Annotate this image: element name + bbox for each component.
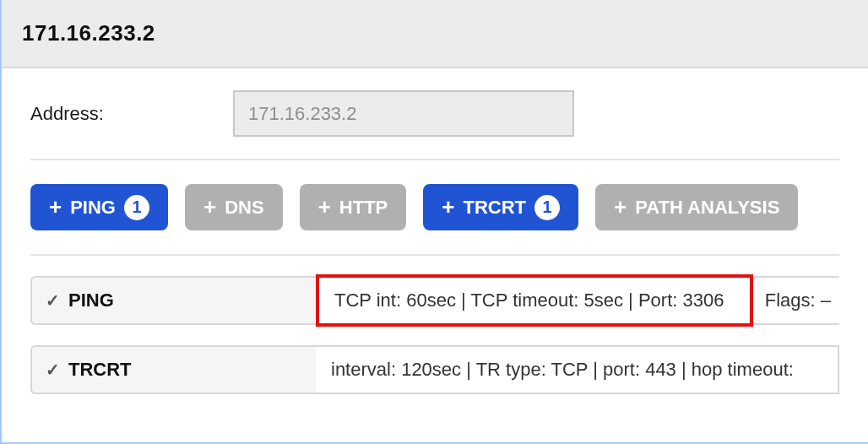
title-bar: 171.16.233.2 xyxy=(2,0,868,68)
ping-entry-details-highlight: TCP int: 60sec | TCP timeout: 5sec | Por… xyxy=(316,274,753,327)
add-trcrt-button[interactable]: + TRCRT 1 xyxy=(423,184,578,230)
add-http-button[interactable]: + HTTP xyxy=(300,184,407,230)
add-dns-button[interactable]: + DNS xyxy=(185,184,283,230)
trcrt-entry-details: interval: 120sec | TR type: TCP | port: … xyxy=(331,359,794,381)
add-ping-label: PING xyxy=(70,197,116,219)
trcrt-entry-row: ✓ TRCRT interval: 120sec | TR type: TCP … xyxy=(30,345,839,394)
add-path-analysis-button[interactable]: + PATH ANALYSIS xyxy=(595,184,798,230)
address-row: Address: xyxy=(30,90,839,160)
plus-icon: + xyxy=(203,196,216,218)
address-label: Address: xyxy=(30,103,233,125)
panel: 171.16.233.2 Address: + PING 1 + DNS + H… xyxy=(0,0,868,444)
ping-entry-flags-cell: Flags: – xyxy=(753,276,839,325)
plus-icon: + xyxy=(614,196,627,218)
trcrt-entry-header[interactable]: ✓ TRCRT xyxy=(30,345,316,394)
plus-icon: + xyxy=(442,196,454,218)
add-path-analysis-label: PATH ANALYSIS xyxy=(635,197,779,219)
add-trcrt-label: TRCRT xyxy=(463,197,526,219)
trcrt-entry-details-cell: interval: 120sec | TR type: TCP | port: … xyxy=(316,345,839,394)
check-icon: ✓ xyxy=(46,360,60,380)
add-ping-button[interactable]: + PING 1 xyxy=(30,184,168,230)
ping-entry-flags: Flags: – xyxy=(765,290,831,311)
address-input[interactable] xyxy=(233,90,574,137)
plus-icon: + xyxy=(318,196,331,218)
check-icon: ✓ xyxy=(46,290,60,311)
ping-count-badge: 1 xyxy=(124,195,149,220)
ping-entry-row: ✓ PING TCP int: 60sec | TCP timeout: 5se… xyxy=(30,276,839,325)
ping-entry-label: PING xyxy=(68,290,114,311)
add-dns-label: DNS xyxy=(225,197,263,219)
ping-entry-header[interactable]: ✓ PING xyxy=(30,276,316,325)
trcrt-entry-label: TRCRT xyxy=(68,359,132,381)
content-area: Address: + PING 1 + DNS + HTTP + TRCRT 1 xyxy=(2,68,868,394)
add-http-label: HTTP xyxy=(339,197,388,219)
action-button-row: + PING 1 + DNS + HTTP + TRCRT 1 + PATH A… xyxy=(30,160,839,256)
plus-icon: + xyxy=(49,196,62,218)
page-title: 171.16.233.2 xyxy=(22,20,848,46)
trcrt-count-badge: 1 xyxy=(534,195,560,220)
ping-entry-details: TCP int: 60sec | TCP timeout: 5sec | Por… xyxy=(334,290,724,311)
